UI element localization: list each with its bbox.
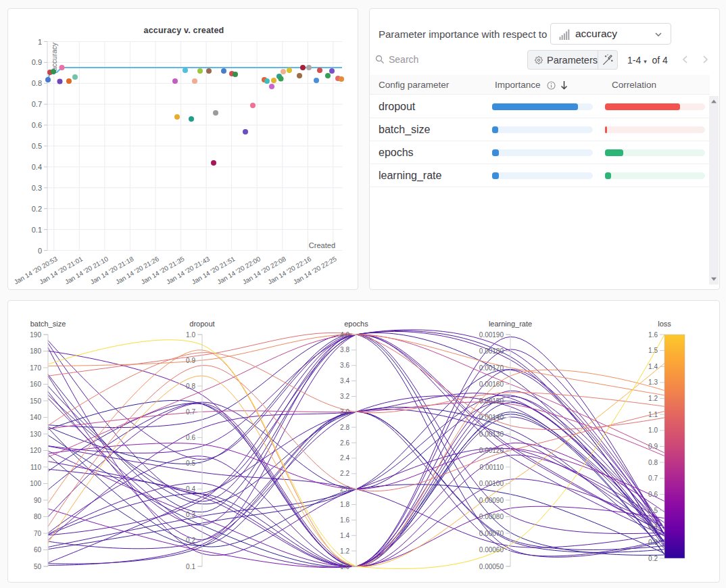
svg-text:70: 70 [34,530,42,537]
svg-text:2.4: 2.4 [340,454,349,462]
svg-text:150: 150 [30,397,41,405]
svg-text:0.00160: 0.00160 [479,381,504,388]
svg-text:1.0: 1.0 [648,426,658,434]
svg-text:1.4: 1.4 [340,532,349,539]
svg-text:0.7: 0.7 [648,474,658,482]
svg-text:4.0: 4.0 [340,331,349,339]
svg-text:epochs: epochs [344,320,368,328]
svg-text:1: 1 [38,38,42,46]
svg-text:3.8: 3.8 [340,346,349,353]
svg-text:0.9: 0.9 [32,58,42,66]
svg-text:0.7: 0.7 [32,100,42,108]
svg-text:0.5: 0.5 [648,507,658,514]
svg-text:190: 190 [30,331,41,339]
svg-text:Jan 14 '20 21:51: Jan 14 '20 21:51 [191,255,237,286]
svg-text:Jan 14 '20 22:16: Jan 14 '20 22:16 [266,255,312,286]
svg-text:0.00150: 0.00150 [479,397,504,405]
svg-text:100: 100 [30,480,41,487]
svg-text:Jan 14 '20 21:18: Jan 14 '20 21:18 [89,255,135,286]
svg-text:0.2: 0.2 [186,537,195,544]
svg-text:130: 130 [30,431,41,438]
svg-text:2.6: 2.6 [340,439,349,447]
svg-text:0.4: 0.4 [32,163,42,171]
svg-text:Jan 14 '20 21:01: Jan 14 '20 21:01 [38,255,84,286]
svg-text:3.0: 3.0 [340,408,349,416]
svg-text:0.00170: 0.00170 [479,364,504,372]
svg-text:0.00140: 0.00140 [479,414,504,421]
svg-text:50: 50 [34,563,42,570]
svg-text:Jan 14 '20 22:25: Jan 14 '20 22:25 [292,255,338,286]
svg-text:0.5: 0.5 [186,460,195,467]
svg-text:Jan 14 '20 21:35: Jan 14 '20 21:35 [140,255,186,286]
svg-text:0.4: 0.4 [186,485,195,493]
svg-text:160: 160 [30,381,41,388]
svg-text:0.00190: 0.00190 [479,331,504,339]
svg-text:3.4: 3.4 [340,377,349,385]
svg-text:0.9: 0.9 [186,357,195,364]
svg-text:0.6: 0.6 [186,434,195,441]
svg-text:0.8: 0.8 [32,79,42,87]
svg-text:2.0: 2.0 [340,485,349,493]
svg-text:0.8: 0.8 [648,459,658,466]
svg-text:1.2: 1.2 [340,547,349,555]
svg-text:80: 80 [34,513,42,520]
svg-text:1.6: 1.6 [340,516,349,524]
svg-text:1.6: 1.6 [648,331,658,339]
svg-text:0.3: 0.3 [186,511,195,518]
svg-text:0.2: 0.2 [32,205,42,213]
svg-text:0.00070: 0.00070 [479,530,504,537]
svg-text:0.6: 0.6 [648,491,658,498]
svg-text:0.00050: 0.00050 [479,563,504,570]
svg-text:1.4: 1.4 [648,363,658,370]
svg-text:Created: Created [309,241,335,249]
svg-text:0.00130: 0.00130 [479,431,504,438]
svg-text:Jan 14 '20 21:26: Jan 14 '20 21:26 [114,255,160,286]
svg-text:0.5: 0.5 [32,142,42,150]
svg-text:0.00080: 0.00080 [479,513,504,520]
svg-text:Jan 14 '20 21:43: Jan 14 '20 21:43 [165,255,211,286]
svg-text:0.3: 0.3 [648,539,658,546]
svg-text:1.2: 1.2 [648,395,658,402]
svg-text:170: 170 [30,364,41,372]
svg-text:0.00100: 0.00100 [479,480,504,487]
svg-text:0.3: 0.3 [32,184,42,192]
svg-text:0.1: 0.1 [186,563,195,570]
svg-text:Jan 14 '20 21:10: Jan 14 '20 21:10 [64,255,110,286]
svg-text:110: 110 [30,464,41,471]
svg-text:Jan 14 '20 20:53: Jan 14 '20 20:53 [13,255,59,286]
svg-text:0.00090: 0.00090 [479,497,504,504]
svg-text:0.00110: 0.00110 [480,464,504,471]
svg-text:Jan 14 '20 22:00: Jan 14 '20 22:00 [216,255,262,286]
svg-text:90: 90 [34,497,42,504]
svg-text:0.7: 0.7 [186,408,195,416]
svg-text:0.00120: 0.00120 [479,447,504,454]
svg-text:1.8: 1.8 [340,501,349,508]
svg-text:dropout: dropout [189,320,214,328]
svg-text:140: 140 [30,414,41,421]
svg-text:3.6: 3.6 [340,362,349,369]
svg-text:180: 180 [30,347,41,355]
svg-text:accuracy: accuracy [50,42,58,71]
svg-text:0.00060: 0.00060 [479,546,504,554]
svg-text:1.1: 1.1 [648,411,658,418]
svg-text:loss: loss [658,320,671,328]
svg-text:0.2: 0.2 [648,555,658,562]
svg-text:0: 0 [38,247,42,255]
svg-text:accuracy v. created: accuracy v. created [144,26,224,35]
svg-text:1.0: 1.0 [340,563,349,570]
svg-text:0.00180: 0.00180 [479,347,504,355]
svg-text:0.1: 0.1 [32,226,42,234]
svg-text:learning_rate: learning_rate [489,320,532,328]
svg-text:3.2: 3.2 [340,393,349,400]
svg-text:0.6: 0.6 [32,121,42,129]
svg-text:1.5: 1.5 [648,347,658,354]
svg-text:1.0: 1.0 [186,331,195,339]
svg-text:0.4: 0.4 [648,522,658,530]
svg-text:2.8: 2.8 [340,424,349,431]
svg-text:Jan 14 '20 22:08: Jan 14 '20 22:08 [241,255,287,286]
svg-text:batch_size: batch_size [30,320,66,328]
svg-text:0.9: 0.9 [648,443,658,450]
svg-text:120: 120 [30,447,41,454]
svg-text:60: 60 [34,546,42,554]
svg-text:0.8: 0.8 [186,383,195,390]
